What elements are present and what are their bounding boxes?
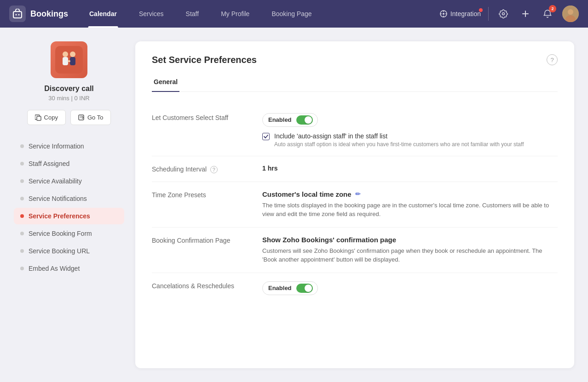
logo-text: Bookings [30,9,68,19]
sidebar-item-service-notifications[interactable]: Service Notifications [14,190,124,207]
sidebar-item-label: Staff Assigned [29,160,69,167]
nav-staff[interactable]: Staff [175,0,210,28]
content-panel: Set Service Preferences ? General Let Cu… [135,41,574,368]
sidebar-item-staff-assigned[interactable]: Staff Assigned [14,155,124,172]
nav-dot [20,144,24,148]
goto-label: Go To [87,114,103,121]
plus-icon [521,9,530,18]
booking-confirmation-label: Booking Confirmation Page [152,236,262,244]
panel-title: Set Service Preferences [152,55,257,65]
service-meta: 30 mins | 0 INR [48,95,89,102]
timezone-label: Time Zone Presets [152,190,262,199]
booking-confirmation-description: Customers will see Zoho Bookings' confir… [262,246,558,264]
sidebar-item-label: Service Availability [29,177,82,185]
timezone-title: Customer's local time zone ✏ [262,190,558,198]
svg-point-2 [18,14,20,16]
nav-myprofile[interactable]: My Profile [210,0,260,28]
svg-rect-14 [68,60,70,62]
booking-confirmation-title: Show Zoho Bookings' confirmation page [262,236,558,244]
sidebar-item-label-active: Service Preferences [29,212,90,220]
svg-point-4 [443,13,444,15]
scheduling-help-icon[interactable]: ? [210,166,218,173]
let-customers-toggle[interactable]: Enabled [262,113,318,127]
header-right: Integration 2 [439,6,579,22]
cancellations-toggle-switch[interactable] [296,284,313,293]
nav-dot [20,267,24,270]
action-buttons: Copy Go To [27,110,111,125]
timezone-description: The time slots displayed in the booking … [262,201,558,219]
cancellations-value: Enabled [262,281,558,295]
help-button[interactable]: ? [547,54,558,65]
nav-dot [20,249,24,253]
cancellations-label: Cancelations & Reschedules [152,281,262,290]
auto-assign-checkbox-row: Include 'auto-assign staff' in the staff… [262,132,558,148]
avatar[interactable] [562,6,579,22]
header-divider [488,7,489,21]
notification-badge: 2 [549,5,556,12]
auto-assign-checkbox[interactable] [262,133,270,140]
service-image [51,41,87,78]
copy-icon [35,114,41,121]
toggle-switch[interactable] [296,115,313,125]
avatar-image [562,6,579,22]
logo-icon [9,6,26,22]
main-nav: Calendar Services Staff My Profile Booki… [78,0,439,28]
add-button[interactable] [518,6,533,21]
gear-icon [499,9,508,18]
tab-general[interactable]: General [152,74,179,92]
main-layout: Discovery call 30 mins | 0 INR Copy Go T… [0,28,588,382]
svg-point-1 [16,14,17,16]
booking-confirmation-value: Show Zoho Bookings' confirmation page Cu… [262,236,558,264]
integration-alert-dot [479,8,483,12]
svg-point-11 [70,51,75,57]
nav-bookingpage[interactable]: Booking Page [260,0,323,28]
sidebar-item-service-booking-form[interactable]: Service Booking Form [14,225,124,242]
svg-point-7 [568,9,573,15]
sidebar-item-label: Service Notifications [29,195,87,202]
goto-icon [78,114,85,121]
nav-services[interactable]: Services [128,0,175,28]
let-customers-label: Let Customers Select Staff [152,113,262,121]
panel-header: Set Service Preferences ? [152,54,558,65]
scheduling-interval-text: 1 hrs [262,165,277,172]
copy-label: Copy [44,114,58,121]
nav-dot [20,197,24,200]
copy-button[interactable]: Copy [27,110,66,125]
svg-rect-15 [37,116,41,120]
integration-icon [439,10,448,18]
sidebar-item-service-booking-url[interactable]: Service Booking URL [14,243,124,259]
sidebar-item-label: Embed As Widget [29,265,80,272]
sidebar-item-service-preferences[interactable]: Service Preferences [14,208,124,224]
notifications-button[interactable]: 2 [540,6,555,21]
nav-dot [20,232,24,235]
svg-rect-12 [63,57,68,65]
sidebar: Discovery call 30 mins | 0 INR Copy Go T… [14,41,124,368]
auto-assign-label: Include 'auto-assign staff' in the staff… [274,132,524,140]
sidebar-item-embed-as-widget[interactable]: Embed As Widget [14,260,124,277]
sidebar-item-label: Service Booking URL [29,247,90,255]
nav-calendar[interactable]: Calendar [78,0,128,28]
integration-button[interactable]: Integration [439,10,481,18]
auto-assign-hint: Auto assign staff option is ideal when y… [274,141,524,148]
edit-timezone-icon[interactable]: ✏ [355,190,361,198]
form-row-cancellations: Cancelations & Reschedules Enabled [152,273,558,303]
timezone-title-text: Customer's local time zone [262,190,352,198]
sidebar-nav: Service Information Staff Assigned Servi… [14,138,124,277]
service-illustration [55,46,83,74]
form-row-timezone: Time Zone Presets Customer's local time … [152,182,558,228]
integration-label: Integration [450,10,481,17]
checkmark-icon [264,135,268,138]
form-row-booking-confirmation: Booking Confirmation Page Show Zoho Book… [152,228,558,273]
sidebar-item-service-availability[interactable]: Service Availability [14,173,124,189]
cancellations-toggle[interactable]: Enabled [262,281,318,295]
svg-point-10 [63,51,68,57]
timezone-value: Customer's local time zone ✏ The time sl… [262,190,558,219]
goto-button[interactable]: Go To [70,110,111,125]
logo[interactable]: Bookings [9,6,69,22]
service-name: Discovery call [44,85,94,93]
sidebar-item-service-information[interactable]: Service Information [14,138,124,154]
sidebar-item-label: Service Information [29,143,84,150]
scheduling-label: Scheduling Interval ? [152,165,262,173]
settings-button[interactable] [496,6,511,21]
sidebar-item-label: Service Booking Form [29,230,92,237]
